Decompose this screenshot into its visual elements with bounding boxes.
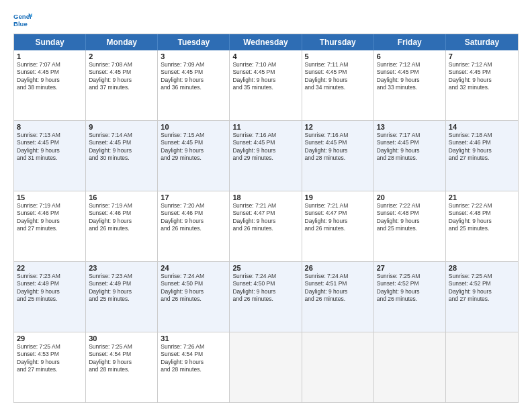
- cell-line: Sunrise: 7:24 AM: [161, 273, 226, 280]
- cell-line: Daylight: 9 hours: [161, 77, 226, 84]
- cell-line: and 35 minutes.: [232, 84, 298, 91]
- cell-line: Daylight: 9 hours: [377, 288, 443, 295]
- svg-text:Blue: Blue: [13, 20, 28, 28]
- cell-line: Sunset: 4:53 PM: [17, 351, 83, 358]
- calendar-cell: [374, 332, 446, 402]
- cell-line: Sunrise: 7:13 AM: [17, 132, 83, 139]
- cell-line: Sunset: 4:52 PM: [449, 280, 515, 287]
- calendar-cell: 29Sunrise: 7:25 AMSunset: 4:53 PMDayligh…: [14, 332, 86, 402]
- cell-line: and 28 minutes.: [161, 366, 226, 373]
- cell-line: Sunset: 4:45 PM: [17, 68, 83, 76]
- cell-line: Daylight: 9 hours: [17, 218, 83, 225]
- cell-line: Sunset: 4:50 PM: [232, 280, 298, 287]
- calendar-row: 1Sunrise: 7:07 AMSunset: 4:45 PMDaylight…: [14, 50, 518, 120]
- cell-line: Sunset: 4:45 PM: [377, 68, 443, 76]
- day-number: 15: [17, 193, 83, 201]
- cell-line: Sunset: 4:47 PM: [305, 210, 371, 217]
- cell-line: Daylight: 9 hours: [17, 77, 83, 84]
- calendar-cell: 20Sunrise: 7:22 AMSunset: 4:48 PMDayligh…: [374, 191, 446, 261]
- calendar-cell: 13Sunrise: 7:17 AMSunset: 4:45 PMDayligh…: [374, 121, 446, 191]
- cell-line: and 26 minutes.: [161, 225, 226, 232]
- cell-line: Daylight: 9 hours: [161, 147, 226, 154]
- calendar-cell: 8Sunrise: 7:13 AMSunset: 4:45 PMDaylight…: [14, 121, 86, 191]
- cell-line: Daylight: 9 hours: [89, 77, 154, 84]
- cell-line: Daylight: 9 hours: [305, 147, 371, 154]
- header-day: Wednesday: [230, 34, 302, 50]
- calendar-cell: 7Sunrise: 7:12 AMSunset: 4:45 PMDaylight…: [446, 50, 518, 120]
- cell-line: and 28 minutes.: [89, 366, 154, 373]
- calendar-cell: 9Sunrise: 7:14 AMSunset: 4:45 PMDaylight…: [86, 121, 158, 191]
- day-number: 21: [449, 193, 515, 201]
- header-day: Sunday: [14, 34, 86, 50]
- cell-line: Daylight: 9 hours: [89, 218, 154, 225]
- calendar-cell: 16Sunrise: 7:19 AMSunset: 4:46 PMDayligh…: [86, 191, 158, 261]
- cell-line: and 30 minutes.: [89, 154, 154, 162]
- cell-line: and 25 minutes.: [449, 225, 515, 232]
- cell-line: Sunset: 4:51 PM: [305, 280, 371, 287]
- cell-line: Sunset: 4:54 PM: [89, 351, 154, 358]
- cell-line: Sunrise: 7:26 AM: [161, 343, 226, 351]
- cell-line: and 26 minutes.: [232, 295, 298, 303]
- calendar-cell: 15Sunrise: 7:19 AMSunset: 4:46 PMDayligh…: [14, 191, 86, 261]
- calendar-row: 8Sunrise: 7:13 AMSunset: 4:45 PMDaylight…: [14, 120, 518, 191]
- day-number: 29: [17, 334, 83, 342]
- calendar-cell: 2Sunrise: 7:08 AMSunset: 4:45 PMDaylight…: [86, 50, 158, 120]
- cell-line: Sunrise: 7:25 AM: [377, 273, 443, 280]
- cell-line: and 25 minutes.: [377, 225, 443, 232]
- cell-line: Sunrise: 7:09 AM: [161, 61, 226, 68]
- day-number: 28: [449, 264, 515, 272]
- day-number: 27: [377, 264, 443, 272]
- cell-line: Sunrise: 7:17 AM: [377, 132, 443, 139]
- cell-line: Sunrise: 7:11 AM: [305, 61, 371, 68]
- cell-line: Sunrise: 7:16 AM: [232, 132, 298, 139]
- cell-line: and 26 minutes.: [161, 295, 226, 303]
- cell-line: Daylight: 9 hours: [377, 218, 443, 225]
- cell-line: Sunrise: 7:23 AM: [17, 273, 83, 280]
- cell-line: Sunrise: 7:25 AM: [17, 343, 83, 351]
- cell-line: Sunset: 4:46 PM: [89, 210, 154, 217]
- cell-line: Daylight: 9 hours: [449, 218, 515, 225]
- page: General Blue SundayMondayTuesdayWednesda…: [0, 0, 532, 411]
- cell-line: and 25 minutes.: [89, 295, 154, 303]
- cell-line: Sunset: 4:45 PM: [89, 139, 154, 146]
- cell-line: Daylight: 9 hours: [89, 359, 154, 366]
- day-number: 4: [232, 52, 298, 60]
- cell-line: and 27 minutes.: [17, 366, 83, 373]
- cell-line: Sunset: 4:47 PM: [232, 210, 298, 217]
- day-number: 5: [305, 52, 371, 60]
- cell-line: Daylight: 9 hours: [161, 359, 226, 366]
- calendar-cell: 22Sunrise: 7:23 AMSunset: 4:49 PMDayligh…: [14, 262, 86, 332]
- calendar-cell: 23Sunrise: 7:23 AMSunset: 4:49 PMDayligh…: [86, 262, 158, 332]
- cell-line: Sunset: 4:45 PM: [232, 139, 298, 146]
- cell-line: Sunset: 4:45 PM: [449, 68, 515, 76]
- calendar: SundayMondayTuesdayWednesdayThursdayFrid…: [13, 34, 519, 403]
- cell-line: Sunrise: 7:22 AM: [377, 202, 443, 210]
- cell-line: Daylight: 9 hours: [17, 147, 83, 154]
- cell-line: Sunrise: 7:22 AM: [449, 202, 515, 210]
- cell-line: and 33 minutes.: [377, 84, 443, 91]
- cell-line: Daylight: 9 hours: [377, 147, 443, 154]
- day-number: 10: [161, 123, 226, 131]
- cell-line: and 28 minutes.: [377, 154, 443, 162]
- calendar-cell: 14Sunrise: 7:18 AMSunset: 4:46 PMDayligh…: [446, 121, 518, 191]
- cell-line: Sunset: 4:46 PM: [161, 210, 226, 217]
- cell-line: Sunrise: 7:23 AM: [89, 273, 154, 280]
- day-number: 9: [89, 123, 154, 131]
- calendar-cell: 1Sunrise: 7:07 AMSunset: 4:45 PMDaylight…: [14, 50, 86, 120]
- day-number: 22: [17, 264, 83, 272]
- day-number: 16: [89, 193, 154, 201]
- cell-line: Daylight: 9 hours: [17, 288, 83, 295]
- cell-line: and 32 minutes.: [449, 84, 515, 91]
- calendar-cell: 10Sunrise: 7:15 AMSunset: 4:45 PMDayligh…: [158, 121, 230, 191]
- cell-line: Sunrise: 7:24 AM: [305, 273, 371, 280]
- cell-line: and 28 minutes.: [305, 154, 371, 162]
- cell-line: Sunrise: 7:24 AM: [232, 273, 298, 280]
- cell-line: Sunrise: 7:08 AM: [89, 61, 154, 68]
- cell-line: Sunrise: 7:21 AM: [232, 202, 298, 210]
- day-number: 17: [161, 193, 226, 201]
- cell-line: Daylight: 9 hours: [89, 147, 154, 154]
- calendar-cell: 26Sunrise: 7:24 AMSunset: 4:51 PMDayligh…: [302, 262, 374, 332]
- cell-line: Sunrise: 7:25 AM: [89, 343, 154, 351]
- day-number: 1: [17, 52, 83, 60]
- calendar-cell: 12Sunrise: 7:16 AMSunset: 4:45 PMDayligh…: [302, 121, 374, 191]
